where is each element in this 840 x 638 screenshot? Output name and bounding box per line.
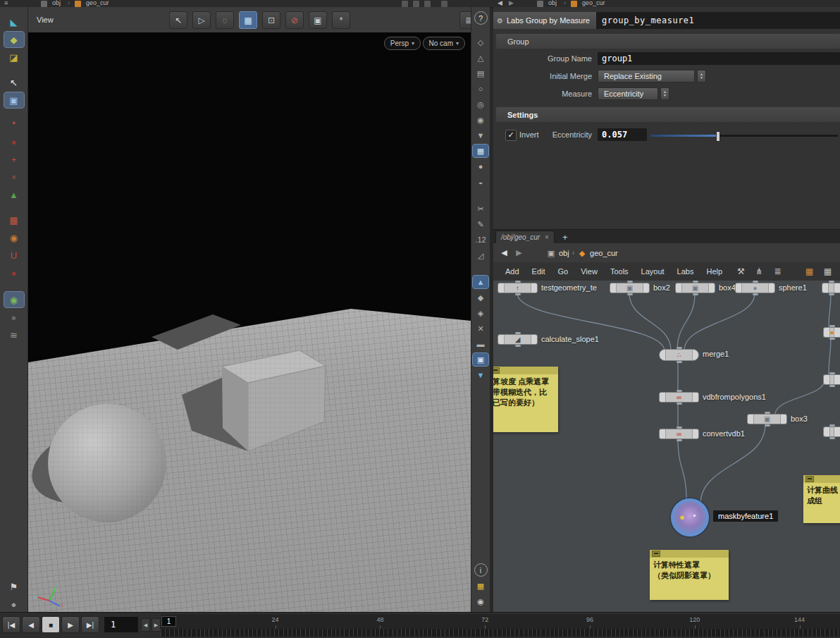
panel-icon[interactable]: ▬ (473, 338, 488, 350)
current-frame-field[interactable]: 1 (104, 617, 138, 632)
menu-help[interactable]: Help (700, 262, 729, 281)
lock-view-icon[interactable]: ▤ (473, 67, 488, 80)
top-left-path-current[interactable]: geo_cur (86, 0, 109, 6)
play-reverse-button[interactable]: ◀ (22, 616, 40, 633)
no-selection-icon[interactable]: ⊘ (285, 11, 304, 29)
persp-camera-button[interactable]: Persp ▾ (384, 37, 421, 50)
node-name-field[interactable]: group_by_measure1 (596, 12, 840, 29)
menu-layout[interactable]: Layout (635, 262, 671, 281)
translate-tool-icon[interactable]: ▣ (4, 92, 24, 108)
nav-back-icon[interactable]: ◀ (498, 247, 510, 259)
ruler2-icon[interactable]: ◿ (473, 249, 488, 262)
bottom-sphere-icon[interactable]: ● (4, 596, 24, 612)
top-right-path-current[interactable]: geo_cur (582, 0, 605, 6)
frame-12-icon[interactable]: .12 (473, 233, 488, 246)
node-edge-node-c[interactable] (823, 427, 840, 437)
rig-character-icon[interactable]: * (4, 116, 24, 132)
help-icon[interactable]: ? (474, 11, 488, 25)
handles-tool-icon[interactable]: ◆ (4, 32, 24, 47)
eye-icon[interactable]: ◉ (473, 595, 488, 608)
dark-sphere-icon[interactable]: ● (4, 134, 24, 149)
minus-x-icon[interactable]: ✕ (473, 322, 488, 335)
group-section-header[interactable]: Group (496, 34, 840, 49)
info-icon[interactable]: i (474, 563, 488, 577)
go-to-end-button[interactable]: ▶| (81, 616, 99, 633)
node-maskbyfeature1[interactable]: ●▪ (671, 498, 709, 536)
play-button[interactable]: ▶ (61, 616, 80, 633)
measure-ruler-icon[interactable]: △ (473, 51, 488, 64)
curvature-note[interactable]: ▬计算曲线成组 (803, 475, 840, 523)
grid-display-icon[interactable]: ▦ (822, 266, 834, 278)
render-flag-icon[interactable]: ▣ (309, 11, 327, 29)
note-collapse-icon[interactable]: ▬ (805, 476, 814, 482)
sphere-deform-icon[interactable]: ● (4, 265, 24, 281)
gray-sphere-icon[interactable]: ● (4, 309, 24, 325)
node-edge-node-a[interactable]: ● (823, 327, 840, 338)
magnet-tool-icon[interactable]: U (4, 247, 24, 263)
feature-mask-note[interactable]: ▬计算特性遮罩（类似阴影遮罩） (650, 550, 729, 600)
lasso-select-icon[interactable]: ◌ (216, 11, 234, 29)
layout-diamond-icon[interactable]: ◇ (473, 36, 488, 49)
initial-merge-dropdown[interactable]: Replace Existing (598, 70, 695, 82)
spotlight-icon[interactable]: ▼ (473, 129, 488, 142)
camera-icon[interactable]: ○ (473, 82, 488, 95)
lattice-box-icon[interactable]: ▦ (4, 212, 24, 228)
timeline-ruler[interactable]: 1 24487296120144 (161, 614, 840, 637)
stop-button[interactable]: ■ (42, 616, 60, 633)
node-box4[interactable]: ▣ (675, 283, 715, 293)
nav-forward-icon-top[interactable]: ▶ (509, 0, 514, 6)
node-box2[interactable]: ▣ (610, 283, 650, 293)
nav-forward-icon[interactable]: ▶ (513, 247, 525, 259)
pencil-icon[interactable]: ✎ (473, 218, 488, 231)
node-convertvdb1[interactable]: ∞ (659, 429, 699, 439)
node-calculate_slope1[interactable]: ◢ (498, 334, 538, 345)
mirror-icon[interactable]: ◈ (473, 307, 488, 319)
flag-page-icon[interactable]: ⚑ (4, 579, 24, 594)
measure-spinner[interactable]: ▲ ▼ (660, 87, 669, 100)
list-view-icon[interactable]: ≣ (772, 266, 784, 278)
group-name-input[interactable]: group1 (598, 52, 840, 65)
menu-labs[interactable]: Labs (671, 262, 700, 281)
prism-icon[interactable]: ◆ (473, 291, 488, 304)
customize-tools-icon[interactable]: ⚒ (735, 266, 747, 278)
jack-tool-icon[interactable]: + (4, 152, 24, 167)
delete-x-icon[interactable]: × (4, 169, 24, 185)
menu-view[interactable]: View (574, 262, 604, 281)
new-tab-button[interactable]: + (562, 232, 568, 243)
light-icon[interactable]: ◉ (473, 114, 488, 126)
top-left-path-root[interactable]: obj (52, 0, 61, 6)
menu-tools[interactable]: Tools (604, 262, 635, 281)
secure-select-icon[interactable]: ↖ (169, 11, 187, 29)
initial-merge-spinner[interactable]: ▲ ▼ (697, 70, 706, 82)
wire-shade-icon[interactable]: ◒ (473, 176, 488, 188)
scenegraph-tree-icon[interactable]: ▲ (4, 187, 24, 202)
node-edge-node-b[interactable] (823, 374, 840, 385)
node-box3[interactable]: ▣ (747, 414, 787, 424)
note-collapse-icon[interactable]: ▬ (652, 551, 660, 557)
zoom-region-icon[interactable]: ⊡ (262, 11, 280, 29)
node-merge1[interactable]: ∴ (659, 349, 699, 361)
node-vdbfrompolygons1[interactable]: ∞ (659, 392, 699, 403)
water-drop-icon[interactable]: ▼ (473, 369, 488, 381)
menu-edit[interactable]: Edit (526, 262, 552, 281)
color-palette-icon[interactable]: ▦ (473, 579, 488, 592)
display-options-icon[interactable]: ▦ (473, 145, 488, 157)
color-grid-icon[interactable]: ▦ (803, 266, 815, 278)
viewport-canvas[interactable]: Persp ▾ No cam ▾ y z x (28, 32, 471, 612)
node-testgeometry_te[interactable]: ↑ (498, 283, 538, 293)
select-mode-icon[interactable]: ▷ (192, 11, 211, 29)
menu-go[interactable]: Go (552, 262, 575, 281)
orbit-ring-icon[interactable]: ◉ (4, 230, 24, 245)
playhead-frame-marker[interactable]: 1 (161, 616, 176, 627)
network-tab[interactable]: /obj/geo_cur × (495, 231, 555, 243)
tree-view-icon[interactable]: ⋔ (753, 266, 765, 278)
tab-close-icon[interactable]: × (545, 233, 549, 241)
pivot-icon[interactable]: ◎ (473, 98, 488, 111)
geo-sphere-icon[interactable]: ◉ (4, 292, 24, 307)
slope-note[interactable]: ▬算坡度 点乘遮罩带模糊迭代，比已写的要好） (493, 367, 558, 432)
image-plane-icon[interactable]: ▣ (473, 353, 488, 366)
snap-grid-icon[interactable]: ▦ (239, 11, 257, 29)
eccentricity-value-field[interactable]: 0.057 (598, 128, 647, 141)
network-graph[interactable]: ↑testgeometry_te▣box2▣box4●sphere1◢calcu… (493, 281, 840, 613)
top-right-path-root[interactable]: obj (548, 0, 557, 6)
